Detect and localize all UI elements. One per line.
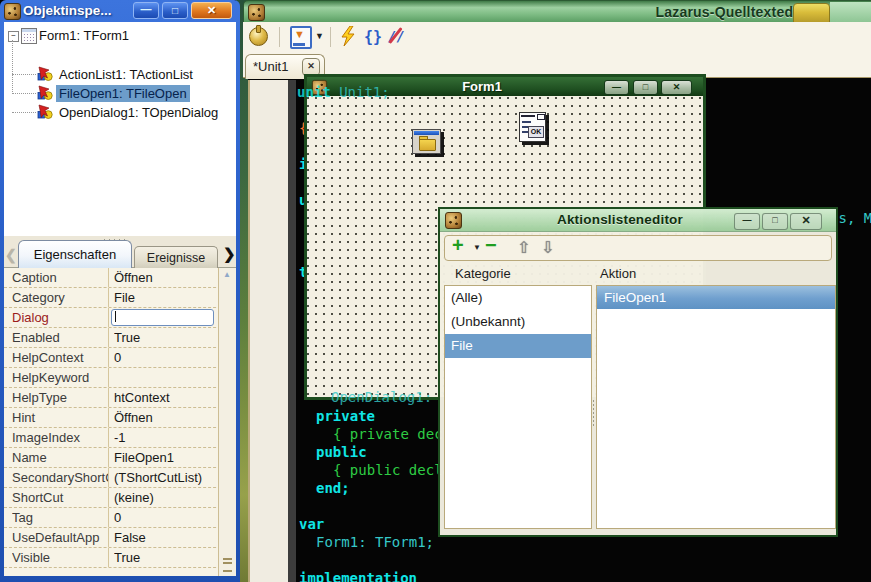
form-tree-icon bbox=[21, 28, 37, 44]
property-grid-scrollbar[interactable]: ▲ bbox=[218, 268, 236, 576]
ale-close-button[interactable]: ✕ bbox=[790, 213, 822, 230]
titlebar-accent-button[interactable] bbox=[793, 3, 830, 24]
property-name: Dialog bbox=[12, 310, 108, 325]
property-value[interactable]: (keine) bbox=[114, 490, 214, 505]
tree-item-label[interactable]: FileOpen1: TFileOpen bbox=[56, 85, 190, 102]
oi-maximize-button[interactable]: □ bbox=[162, 2, 188, 19]
property-value[interactable]: True bbox=[114, 330, 214, 345]
property-value[interactable]: (TShortCutList) bbox=[114, 470, 214, 485]
property-value[interactable]: Öffnen bbox=[114, 270, 214, 285]
property-row[interactable]: ShortCut (keine) bbox=[4, 488, 236, 508]
property-value[interactable]: FileOpen1 bbox=[114, 450, 214, 465]
tab-events[interactable]: Ereignisse bbox=[134, 246, 218, 268]
component-icon bbox=[37, 66, 53, 82]
component-tree[interactable]: − Form1: TForm1 ActionList1: TActionList bbox=[4, 22, 236, 236]
property-value[interactable]: 0 bbox=[114, 350, 214, 365]
inspector-tab-bar: ❮ Eigenschaften Ereignisse ❯ bbox=[4, 244, 236, 268]
add-action-button[interactable]: + bbox=[452, 234, 464, 257]
toolbar-separator bbox=[279, 27, 280, 47]
property-value-input[interactable] bbox=[111, 309, 214, 326]
jump-to-dropdown-icon[interactable]: ▼ bbox=[290, 26, 312, 49]
list-splitter-grip[interactable] bbox=[592, 399, 595, 427]
action-list[interactable]: FileOpen1 bbox=[596, 285, 836, 529]
property-grid[interactable]: Caption Öffnen Category File Dialog Enab… bbox=[4, 268, 236, 576]
tree-item[interactable]: OpenDialog1: TOpenDialog bbox=[4, 103, 236, 122]
code-line-private: private bbox=[316, 408, 375, 424]
component-icon bbox=[37, 85, 53, 101]
property-name: Enabled bbox=[12, 330, 108, 345]
property-value[interactable]: True bbox=[114, 550, 214, 565]
property-value[interactable]: File bbox=[114, 290, 214, 305]
ale-maximize-button[interactable]: □ bbox=[762, 213, 788, 230]
source-editor-titlebar[interactable]: Lazarus-Quelltexteditor bbox=[243, 0, 871, 23]
tree-root-row[interactable]: − Form1: TForm1 bbox=[4, 26, 236, 45]
tab-scroll-right-icon[interactable]: ❯ bbox=[223, 245, 236, 263]
category-list[interactable]: (Alle)(Unbekannt)File bbox=[444, 285, 592, 529]
property-row[interactable]: Visible True bbox=[4, 548, 236, 568]
tree-item-label[interactable]: ActionList1: TActionList bbox=[56, 66, 196, 83]
tree-item[interactable]: FileOpen1: TFileOpen bbox=[4, 84, 236, 103]
property-row[interactable]: ImageIndex -1 bbox=[4, 428, 236, 448]
tab-properties[interactable]: Eigenschaften bbox=[18, 240, 132, 268]
braces-icon[interactable]: {} bbox=[364, 28, 382, 46]
property-row[interactable]: HelpContext 0 bbox=[4, 348, 236, 368]
oi-minimize-button[interactable]: — bbox=[133, 2, 159, 19]
action-list-editor-window[interactable]: Aktionslisteneditor — □ ✕ + ▼ − ⇧ ⇩ Kate… bbox=[438, 207, 838, 537]
property-row[interactable]: UseDefaultApp False bbox=[4, 528, 236, 548]
form-minimize-button[interactable]: — bbox=[604, 80, 629, 95]
property-value[interactable]: Öffnen bbox=[114, 410, 214, 425]
action-column-header: Aktion bbox=[600, 266, 636, 281]
property-row[interactable]: HelpKeyword bbox=[4, 368, 236, 388]
code-line-implementation: implementation bbox=[299, 570, 417, 582]
property-row[interactable]: Tag 0 bbox=[4, 508, 236, 528]
opendialog-component-icon[interactable] bbox=[412, 129, 441, 154]
uncomment-icon[interactable]: // bbox=[386, 27, 404, 45]
property-row[interactable]: Enabled True bbox=[4, 328, 236, 348]
property-name: Tag bbox=[12, 510, 108, 525]
action-list-item[interactable]: FileOpen1 bbox=[597, 286, 835, 309]
tab-scroll-left-icon[interactable]: ❮ bbox=[5, 247, 17, 263]
tree-root-label[interactable]: Form1: TForm1 bbox=[39, 28, 129, 43]
add-action-caret-icon[interactable]: ▼ bbox=[473, 243, 481, 252]
property-value[interactable]: False bbox=[114, 530, 214, 545]
form-close-button[interactable]: ✕ bbox=[661, 80, 692, 95]
code-fold-bar bbox=[288, 80, 296, 582]
tree-item[interactable]: ActionList1: TActionList bbox=[4, 65, 236, 84]
actionlist-component-icon[interactable]: OK bbox=[519, 112, 546, 142]
move-up-button[interactable]: ⇧ bbox=[517, 238, 530, 257]
property-row[interactable]: Dialog bbox=[4, 308, 236, 328]
scrollbar-up-icon[interactable]: ▲ bbox=[223, 270, 231, 279]
action-list-editor-icon bbox=[445, 212, 462, 229]
category-list-item[interactable]: (Alle) bbox=[445, 286, 591, 310]
ale-minimize-button[interactable]: — bbox=[734, 213, 760, 230]
toolbar-separator bbox=[330, 27, 331, 47]
category-list-item[interactable]: (Unbekannt) bbox=[445, 310, 591, 334]
action-list-editor-titlebar[interactable]: Aktionslisteneditor — □ ✕ bbox=[440, 209, 836, 232]
macro-record-icon[interactable] bbox=[249, 27, 268, 46]
object-inspector-window[interactable]: Objektinspe... — □ ✕ − Form1: TForm1 bbox=[0, 0, 240, 582]
property-row[interactable]: Caption Öffnen bbox=[4, 268, 236, 288]
lightning-complete-icon[interactable] bbox=[340, 26, 356, 46]
remove-action-button[interactable]: − bbox=[485, 234, 497, 257]
property-name: HelpKeyword bbox=[12, 370, 108, 385]
property-name: UseDefaultApp bbox=[12, 530, 108, 545]
editor-gutter[interactable] bbox=[250, 80, 288, 582]
object-inspector-body: − Form1: TForm1 ActionList1: TActionList bbox=[4, 22, 236, 576]
move-down-button[interactable]: ⇩ bbox=[541, 238, 554, 257]
oi-close-button[interactable]: ✕ bbox=[191, 2, 232, 19]
category-list-item[interactable]: File bbox=[445, 334, 591, 358]
property-row[interactable]: HelpType htContext bbox=[4, 388, 236, 408]
titlebar-tail bbox=[830, 2, 871, 23]
property-value[interactable]: -1 bbox=[114, 430, 214, 445]
jump-dropdown-caret-icon[interactable]: ▼ bbox=[315, 31, 324, 41]
property-row[interactable]: Category File bbox=[4, 288, 236, 308]
property-value[interactable]: 0 bbox=[114, 510, 214, 525]
property-value[interactable]: htContext bbox=[114, 390, 214, 405]
property-row[interactable]: SecondaryShortCuts (TShortCutList) bbox=[4, 468, 236, 488]
tree-item-label[interactable]: OpenDialog1: TOpenDialog bbox=[56, 104, 221, 121]
property-name: Hint bbox=[12, 410, 108, 425]
form-maximize-button[interactable]: □ bbox=[633, 80, 658, 95]
property-row[interactable]: Hint Öffnen bbox=[4, 408, 236, 428]
scrollbar-grip[interactable] bbox=[223, 558, 232, 572]
property-row[interactable]: Name FileOpen1 bbox=[4, 448, 236, 468]
